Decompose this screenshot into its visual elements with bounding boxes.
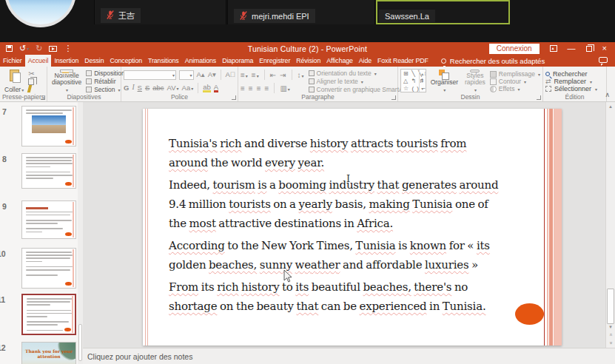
dialog-launcher-icon[interactable] <box>232 95 236 100</box>
tab-fichier[interactable]: Fichier <box>0 55 25 67</box>
italic-button[interactable]: I <box>132 84 134 92</box>
align-center-icon[interactable]: ≡ <box>249 84 253 92</box>
clear-formatting-icon[interactable]: A⃠ <box>226 71 235 78</box>
scroll-up-icon[interactable]: ▴ <box>606 102 615 110</box>
strikethrough-button[interactable]: S <box>145 84 149 92</box>
tab-enregistrer[interactable]: Enregistrer <box>256 55 293 67</box>
numbering-icon[interactable]: ≡▾ <box>252 71 259 79</box>
replace-button[interactable]: ⇄Remplacer▾ <box>545 78 604 85</box>
scroll-down-icon[interactable]: ▾ <box>606 323 615 331</box>
columns-icon[interactable]: ▥▾ <box>280 84 289 92</box>
comments-icon[interactable] <box>599 57 608 63</box>
slide-canvas[interactable]: Tunisia's rich and diverse history attra… <box>143 109 562 346</box>
tab-animations[interactable]: Animations <box>182 55 220 67</box>
shape-effects-button[interactable]: Effets▾ <box>490 85 540 92</box>
slide-thumbnail-7[interactable] <box>21 106 76 146</box>
tab-foxit-reader-pdf[interactable]: Foxit Reader PDF <box>374 55 431 67</box>
restore-button[interactable] <box>586 46 592 52</box>
shapes-gallery[interactable]: ⊞ ╲ ╲ □ ○ ▭△ ↰ ↱ ← ↓ ◠☆ ( ) ~ ↶ ▴▾▾ <box>400 69 426 92</box>
tab-r-vision[interactable]: Révision <box>293 55 323 67</box>
find-button[interactable]: Rechercher <box>545 70 604 78</box>
line-spacing-icon[interactable]: ↕▾ <box>298 71 304 79</box>
connexion-button[interactable]: Connexion <box>489 44 540 54</box>
copy-icon[interactable] <box>28 78 34 85</box>
vertical-scrollbar[interactable]: ▴ ▾ « « <box>605 102 615 348</box>
participant-avatar[interactable] <box>4 0 76 27</box>
dialog-launcher-icon[interactable] <box>41 95 45 100</box>
tab-transitions[interactable]: Transitions <box>145 55 182 67</box>
tab-conception[interactable]: Conception <box>107 55 146 67</box>
participant-tile[interactable]: mejri.mehdi EPI <box>227 0 375 24</box>
text-direction-button[interactable]: Orientation du texte▾ <box>309 70 412 77</box>
align-text-button[interactable]: Aligner le texte▾ <box>309 78 412 85</box>
grow-font-icon[interactable]: A▴ <box>197 71 205 78</box>
shrink-font-icon[interactable]: A▾ <box>208 71 216 78</box>
shape-outline-button[interactable]: Contour▾ <box>490 78 540 85</box>
quick-access-toolbar: ↺▾ ↻ ⋮ <box>0 44 72 53</box>
shadow-button[interactable]: abc <box>152 84 164 92</box>
align-left-icon[interactable]: ≡ <box>241 84 245 92</box>
dialog-launcher-icon[interactable] <box>537 95 541 100</box>
paste-button[interactable]: Coller▾ <box>2 69 26 94</box>
save-icon[interactable] <box>6 45 13 52</box>
slideshow-icon[interactable] <box>49 46 57 52</box>
underline-button[interactable]: S <box>138 84 142 92</box>
smartart-button[interactable]: Convertir en graphique SmartArt▾ <box>309 86 412 93</box>
slide-ellipse-shape[interactable] <box>515 303 544 325</box>
slide-paragraph: From its rich history to its beautiful b… <box>169 277 505 316</box>
new-slide-button[interactable]: Nouvelle diapositive ▾ <box>50 69 84 94</box>
tab-insertion[interactable]: Insertion <box>51 55 81 67</box>
slide-thumbnail-10[interactable] <box>21 248 76 289</box>
arrange-button[interactable]: Organiser▾ <box>429 69 460 94</box>
customize-quick-access-icon[interactable]: ⋮ <box>64 44 72 53</box>
tab-aide[interactable]: Aide <box>356 55 374 67</box>
undo-icon[interactable]: ↺▾ <box>19 44 29 53</box>
shape-fill-button[interactable]: Remplissage▾ <box>490 70 540 78</box>
ribbon-display-options-icon[interactable] <box>550 45 557 52</box>
group-label: Édition <box>543 93 606 101</box>
format-painter-icon[interactable] <box>27 85 32 92</box>
participant-tile[interactable]: Sawssen.La <box>376 0 510 24</box>
mouse-cursor <box>283 270 292 283</box>
close-button[interactable]: × <box>602 44 607 53</box>
scrollbar-thumb[interactable] <box>607 289 614 324</box>
increase-indent-icon[interactable]: ⇥ <box>280 71 286 79</box>
tab-dessin[interactable]: Dessin <box>81 55 107 67</box>
highlight-color-icon[interactable]: ab <box>203 84 211 93</box>
slide-thumbnail-12[interactable]: Thank you for your attention <box>21 342 76 364</box>
tab-accueil[interactable]: Accueil <box>25 55 52 67</box>
next-slide-icon[interactable]: « <box>607 339 615 348</box>
font-color-icon[interactable]: A <box>214 84 218 93</box>
font-size-select[interactable]: ▾ <box>179 70 194 80</box>
dialog-launcher-icon[interactable] <box>391 95 396 100</box>
select-button[interactable]: Sélectionner▾ <box>545 85 604 92</box>
notes-pane[interactable]: Cliquez pour ajouter des notes <box>83 348 615 364</box>
collapse-ribbon-icon[interactable]: ∧ <box>605 91 610 98</box>
slide-number: 11 <box>0 295 5 304</box>
bold-button[interactable]: G <box>124 84 129 92</box>
slide-text-box[interactable]: Tunisia's rich and diverse history attra… <box>169 134 505 319</box>
bullets-icon[interactable]: ≡▾ <box>241 71 248 79</box>
new-slide-icon <box>60 70 73 73</box>
slide-thumbnail-8[interactable] <box>21 153 76 189</box>
title-bar: ↺▾ ↻ ⋮ Tunisian Culture (2) - PowerPoint… <box>0 42 615 55</box>
justify-icon[interactable]: ≡ <box>265 84 269 92</box>
tell-me-search[interactable]: Rechercher des outils adaptés <box>441 55 545 67</box>
change-case-button[interactable]: Aa▾ <box>182 84 194 92</box>
shapes-gallery-scroll[interactable]: ▴▾▾ <box>419 70 426 92</box>
decrease-indent-icon[interactable]: ⇤ <box>270 71 276 79</box>
participant-tile[interactable]: 王吉 <box>94 0 226 24</box>
slide-number: 10 <box>0 249 6 258</box>
tab-affichage[interactable]: Affichage <box>323 55 356 67</box>
minimize-button[interactable]: — <box>568 44 576 53</box>
redo-icon[interactable]: ↻ <box>36 44 42 53</box>
tab-diaporama[interactable]: Diaporama <box>219 55 256 67</box>
align-right-icon[interactable]: ≡ <box>257 84 261 92</box>
font-name-select[interactable]: ▾ <box>124 70 176 80</box>
thumbnail-scrollbar[interactable] <box>78 102 83 364</box>
slide-thumbnail-9[interactable] <box>21 200 76 239</box>
character-spacing-button[interactable]: AV▾ <box>167 84 179 92</box>
slide-thumbnail-11[interactable] <box>21 294 76 335</box>
quick-styles-button[interactable]: Styles rapides ▾ <box>463 69 488 94</box>
thumbnail-scrollbar-thumb[interactable] <box>78 324 82 361</box>
